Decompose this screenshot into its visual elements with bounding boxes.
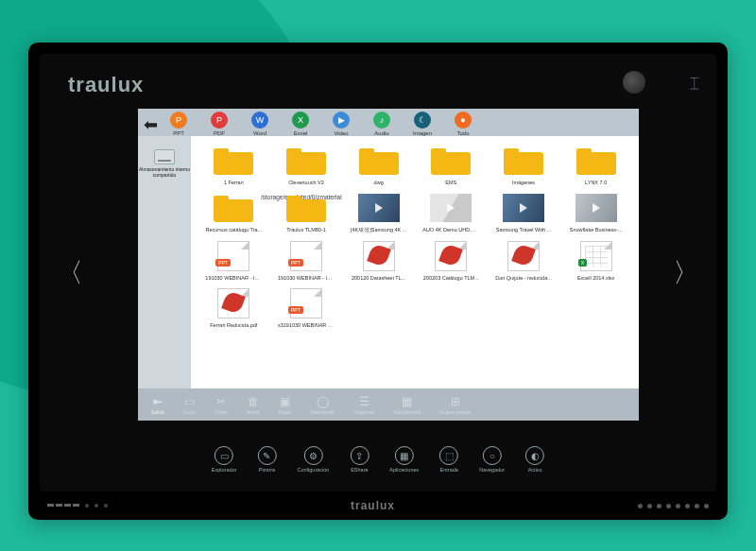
filter-ppt[interactable]: PPPT — [165, 112, 192, 136]
next-arrow-icon[interactable]: 〉 — [673, 255, 699, 291]
file-name: EMS — [422, 180, 479, 185]
file-item[interactable]: [4K재생]Samsung 4K ... — [345, 191, 412, 233]
file-item[interactable]: Recursos catálogo Tra... — [200, 191, 267, 233]
file-name: Clevertouch V2 — [278, 180, 335, 185]
dock-icon: ⚙ — [303, 446, 322, 465]
action-label: Seleccionar — [310, 409, 335, 415]
action-seleccionar[interactable]: ◯Seleccionar — [310, 395, 335, 415]
file-item[interactable]: 1 Ferrari — [200, 144, 267, 185]
indicator-left — [47, 504, 108, 508]
file-item[interactable]: Imágenes — [490, 144, 558, 185]
dock-label: Configuración — [297, 467, 329, 473]
action-label: Organizar — [353, 409, 374, 415]
file-item[interactable]: PPTs3191030 WEBINAR - ... — [273, 286, 340, 328]
internal-storage-drive[interactable]: Almacenamiento interno compartido — [138, 149, 191, 178]
drive-label: Almacenamiento interno compartido — [138, 167, 191, 178]
file-name: Traulux TLM80-1 — [278, 227, 335, 232]
filter-pdf[interactable]: PPDF — [206, 112, 232, 136]
prev-arrow-icon[interactable]: 〈 — [57, 255, 83, 291]
file-item[interactable]: Don Quijote - reducida... — [490, 239, 558, 281]
action-copia[interactable]: ▭Copia — [183, 395, 196, 415]
dock-explorador[interactable]: ▭Explorador — [212, 446, 237, 473]
dock-icon: ◐ — [525, 446, 544, 465]
file-name: Snowflake Business-... — [568, 227, 625, 232]
dock-pizarra[interactable]: ✎Pizarra — [257, 446, 276, 473]
file-grid-area: 1 FerrariClevertouch V2dwgEMSImágenesLYN… — [191, 136, 639, 388]
filter-excel[interactable]: XExcel — [287, 112, 314, 136]
dock-entrada[interactable]: ⬚Entrada — [439, 446, 458, 473]
screen: traulux ⌶ 〈 〉 ⬅ PPPTPPDFWWordXExcel▶Vide… — [40, 54, 716, 491]
filter-icon: ☾ — [414, 112, 431, 129]
filter-icon: ● — [455, 112, 472, 129]
action-cortar[interactable]: ✂Cortar — [215, 395, 228, 415]
file-item[interactable]: Samsung Travel With ... — [490, 191, 558, 233]
file-item[interactable]: Snowflake Business-... — [562, 191, 629, 233]
action-label: Nueva carpeta — [439, 409, 471, 415]
pdf-file-icon — [507, 241, 540, 271]
folder-icon — [286, 194, 326, 222]
file-item[interactable]: PPT191030 WEBINAR - IN... — [200, 239, 267, 281]
back-icon[interactable]: ⬅ — [144, 114, 158, 135]
dock-eshare[interactable]: ⇪EShare — [350, 446, 369, 473]
file-item[interactable]: EMS — [418, 144, 485, 185]
filter-word[interactable]: WWord — [247, 112, 273, 136]
filter-todo[interactable]: ●Todo — [450, 112, 476, 136]
file-item[interactable]: PPT191030 WEBINAR - IN... — [273, 239, 340, 281]
action-borrar[interactable]: 🗑Borrar — [247, 395, 260, 415]
ppt-file-icon: PPT — [290, 241, 322, 271]
dock-configuración[interactable]: ⚙Configuración — [297, 446, 329, 473]
video-thumbnail-icon — [358, 194, 400, 222]
file-item[interactable]: 200203 Catálogo TLM... — [418, 239, 485, 281]
folder-icon — [504, 146, 543, 175]
action-pegar[interactable]: ▣Pegar — [279, 395, 291, 415]
action-salida[interactable]: ⇤Salida — [151, 395, 164, 415]
action-label: Visualización — [393, 409, 421, 415]
file-name: Recursos catálogo Tra... — [205, 227, 262, 232]
dock-icon: ▭ — [215, 446, 233, 465]
file-item[interactable]: Clevertouch V2 — [273, 144, 340, 185]
folder-icon — [431, 146, 471, 175]
filter-audio[interactable]: ♪Audio — [369, 112, 395, 136]
file-item[interactable]: Ferrari Reducida.pdf — [200, 286, 267, 328]
system-dock: ▭Explorador✎Pizarra⚙Configuración⇪EShare… — [212, 446, 544, 473]
filter-imagen[interactable]: ☾Imagen — [409, 112, 436, 136]
brand-logo-top: traulux — [68, 73, 144, 97]
dock-icon: ○ — [483, 446, 502, 465]
file-name: dwg — [351, 180, 407, 185]
dock-label: Entrada — [440, 467, 458, 473]
file-name: s3191030 WEBINAR - ... — [278, 322, 335, 328]
file-name: Excell 2014.xlsx — [568, 275, 625, 281]
dock-navegador[interactable]: ○Navegador — [479, 446, 505, 473]
folder-icon — [214, 194, 253, 222]
filter-video[interactable]: ▶Video — [328, 112, 354, 136]
action-label: Copia — [183, 409, 196, 415]
dock-icon: ✎ — [257, 446, 276, 465]
action-icon: ☰ — [359, 395, 369, 408]
file-name: 1 Ferrari — [205, 180, 262, 185]
dock-icon: ▦ — [395, 446, 414, 465]
file-name: [4K재생]Samsung 4K ... — [351, 227, 407, 233]
storage-sidebar: Almacenamiento interno compartido — [138, 136, 191, 388]
action-organizar[interactable]: ☰Organizar — [353, 395, 374, 415]
action-icon: 🗑 — [248, 395, 259, 408]
file-item[interactable]: dwg — [345, 144, 412, 185]
file-name: AUO 4K Demo UHD.mp4 — [422, 227, 479, 232]
dock-aplicaciones[interactable]: ▦Aplicaciones — [389, 446, 419, 473]
action-nueva-carpeta[interactable]: ⊞Nueva carpeta — [439, 395, 471, 415]
file-item[interactable]: AUO 4K Demo UHD.mp4 — [418, 191, 485, 233]
file-name: Don Quijote - reducida... — [495, 275, 552, 281]
file-item[interactable]: XExcell 2014.xlsx — [562, 239, 629, 281]
action-visualización[interactable]: ▦Visualización — [393, 395, 421, 415]
dock-icon: ⬚ — [439, 446, 458, 465]
display-mode-icon[interactable]: ⌶ — [690, 75, 699, 92]
action-bar: ⇤Salida▭Copia✂Cortar🗑Borrar▣Pegar◯Selecc… — [138, 388, 639, 421]
action-icon: ▭ — [184, 395, 195, 408]
folder-icon — [359, 146, 399, 175]
file-name: 200203 Catálogo TLM... — [422, 275, 479, 281]
xls-file-icon: X — [580, 241, 612, 271]
pdf-file-icon — [217, 288, 249, 319]
file-item[interactable]: LYNX 7.0 — [562, 144, 629, 185]
file-item[interactable]: 200120 Datasheet TL... — [345, 239, 412, 281]
action-label: Pegar — [279, 409, 291, 415]
dock-activo[interactable]: ◐Activo — [525, 446, 544, 473]
